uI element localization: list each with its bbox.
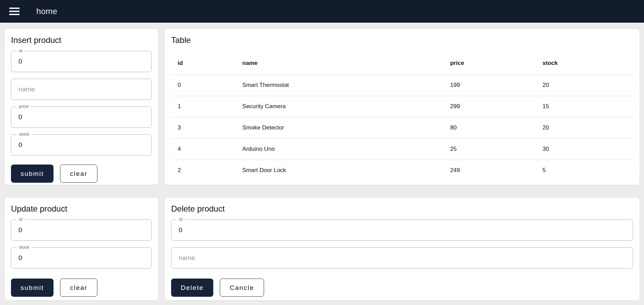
table-header-row: id name price stock bbox=[171, 52, 633, 75]
cell-id: 4 bbox=[171, 138, 236, 160]
cell-name: Smart Door Lock bbox=[236, 160, 444, 181]
insert-id-field: id bbox=[11, 51, 152, 72]
insert-product-title: Insert product bbox=[11, 35, 152, 45]
menu-bar bbox=[9, 11, 20, 12]
hamburger-menu-icon[interactable] bbox=[9, 8, 20, 15]
menu-bar bbox=[9, 14, 20, 15]
delete-name-field bbox=[171, 247, 633, 269]
app-title: home bbox=[36, 7, 57, 16]
cell-name: Smart Thermostat bbox=[236, 75, 444, 96]
cell-id: 3 bbox=[171, 117, 236, 138]
cell-stock: 30 bbox=[536, 138, 633, 160]
update-stock-field: stock bbox=[11, 247, 152, 269]
update-clear-button[interactable]: clear bbox=[60, 279, 97, 297]
cell-id: 0 bbox=[171, 75, 236, 96]
cell-id: 2 bbox=[171, 160, 236, 181]
cell-name: Smoke Detector bbox=[236, 117, 444, 138]
update-stock-label: stock bbox=[17, 245, 31, 250]
cell-name: Arduino Uno bbox=[236, 138, 444, 160]
table-row: 3 Smoke Detector 80 20 bbox=[171, 117, 633, 138]
column-header-name: name bbox=[236, 52, 444, 75]
insert-submit-button[interactable]: submit bbox=[11, 165, 53, 183]
update-id-label: id bbox=[17, 217, 24, 222]
insert-price-input[interactable] bbox=[11, 107, 151, 127]
table-row: 0 Smart Thermostat 199 20 bbox=[171, 75, 633, 96]
insert-clear-button[interactable]: clear bbox=[60, 165, 97, 183]
update-id-input[interactable] bbox=[11, 220, 151, 240]
insert-stock-input[interactable] bbox=[11, 135, 151, 155]
column-header-stock: stock bbox=[536, 52, 633, 75]
update-product-panel: Update product id stock submit clear bbox=[4, 197, 158, 301]
cell-id: 1 bbox=[171, 96, 236, 117]
insert-button-row: submit clear bbox=[11, 165, 152, 183]
app-bar: home bbox=[0, 0, 644, 23]
insert-price-label: price bbox=[17, 104, 31, 109]
delete-id-input[interactable] bbox=[171, 220, 633, 240]
cell-price: 249 bbox=[444, 160, 536, 181]
column-header-price: price bbox=[444, 52, 536, 75]
table-title: Table bbox=[171, 35, 633, 45]
delete-product-panel: Delete product id Delete Cancle bbox=[164, 197, 640, 301]
update-id-field: id bbox=[11, 219, 152, 241]
table-row: 4 Arduino Uno 25 30 bbox=[171, 138, 633, 160]
cell-stock: 5 bbox=[536, 160, 633, 181]
cell-stock: 20 bbox=[536, 75, 633, 96]
cell-price: 199 bbox=[444, 75, 536, 96]
delete-button[interactable]: Delete bbox=[171, 279, 213, 297]
column-header-id: id bbox=[171, 52, 236, 75]
insert-stock-label: stock bbox=[17, 132, 31, 137]
delete-id-label: id bbox=[177, 217, 184, 222]
insert-stock-field: stock bbox=[11, 134, 152, 156]
update-button-row: submit clear bbox=[11, 279, 152, 297]
cell-stock: 15 bbox=[536, 96, 633, 117]
table-row: 2 Smart Door Lock 249 5 bbox=[171, 160, 633, 181]
update-submit-button[interactable]: submit bbox=[11, 279, 53, 297]
insert-id-input[interactable] bbox=[11, 51, 151, 72]
delete-id-field: id bbox=[171, 219, 633, 241]
top-row: Insert product id price stock submit cle… bbox=[4, 29, 640, 185]
update-product-title: Update product bbox=[11, 204, 152, 214]
cell-name: Security Camera bbox=[236, 96, 444, 117]
insert-id-label: id bbox=[17, 48, 24, 54]
cell-stock: 20 bbox=[536, 117, 633, 138]
bottom-row: Update product id stock submit clear Del… bbox=[4, 197, 640, 301]
delete-product-title: Delete product bbox=[171, 204, 633, 214]
cell-price: 25 bbox=[444, 138, 536, 160]
insert-name-input[interactable] bbox=[11, 79, 151, 100]
menu-bar bbox=[9, 8, 20, 9]
cancel-button[interactable]: Cancle bbox=[220, 279, 264, 297]
cell-price: 299 bbox=[444, 96, 536, 117]
products-table: id name price stock 0 Smart Thermostat 1… bbox=[171, 52, 633, 181]
insert-price-field: price bbox=[11, 106, 152, 128]
insert-name-field bbox=[11, 79, 152, 100]
cell-price: 80 bbox=[444, 117, 536, 138]
table-row: 1 Security Camera 299 15 bbox=[171, 96, 633, 117]
update-stock-input[interactable] bbox=[11, 248, 151, 268]
delete-button-row: Delete Cancle bbox=[171, 279, 633, 297]
insert-product-panel: Insert product id price stock submit cle… bbox=[4, 29, 158, 185]
table-panel: Table id name price stock 0 Sma bbox=[164, 29, 640, 185]
main-content: Insert product id price stock submit cle… bbox=[0, 23, 644, 305]
delete-name-input[interactable] bbox=[171, 248, 633, 268]
